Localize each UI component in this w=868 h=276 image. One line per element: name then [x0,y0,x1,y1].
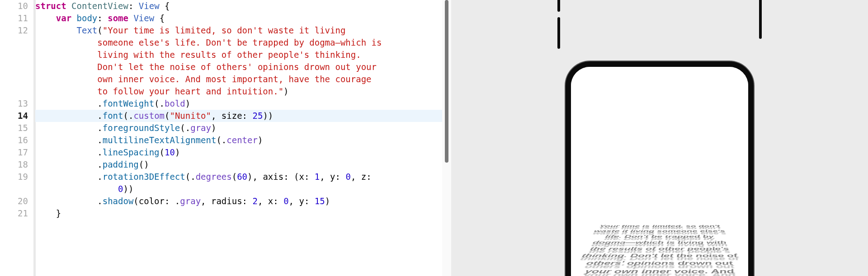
line-number: 21 [0,207,28,220]
line-number: 11 [0,12,28,24]
code-token: var [56,13,71,23]
code-token: multilineTextAlignment [103,135,217,145]
code-token: padding [103,159,139,169]
code-token: font [103,111,123,121]
code-token: () [139,159,149,169]
code-line[interactable]: to follow your heart and intuition.") [35,85,442,98]
code-token: , y: [289,196,315,206]
code-line[interactable]: .multilineTextAlignment(.center) [35,134,442,146]
line-number [0,37,28,49]
code-token: , size: [211,111,253,121]
code-token: Don't let the noise of others' opinions … [97,62,382,72]
code-token: ( [165,111,170,121]
code-line[interactable]: Text("Your time is limited, so don't was… [35,24,442,37]
code-token: ) [258,135,263,145]
code-token: . [35,98,103,108]
code-token: some [108,13,128,23]
code-token: ( [232,172,237,182]
line-number: 18 [0,159,28,171]
code-body[interactable]: struct ContentView: View { var body: som… [33,0,442,276]
device-volume-up [557,0,560,12]
code-token [35,62,97,72]
code-token: own inner voice. And most important, hav… [97,74,377,84]
code-editor-pane[interactable]: 101112131415161718192021 struct ContentV… [0,0,442,276]
code-token: . [35,172,103,182]
code-token [35,184,118,194]
code-token [66,1,71,11]
code-line[interactable]: .lineSpacing(10) [35,146,442,159]
code-token: . [35,123,103,133]
code-token: { [154,13,165,23]
code-token: (. [123,111,133,121]
code-token: 2 [252,196,257,206]
code-token: (color: . [133,196,180,206]
code-line[interactable]: own inner voice. And most important, hav… [35,73,442,85]
code-token: struct [35,1,66,11]
line-number: 13 [0,98,28,110]
code-token [35,13,56,23]
code-line[interactable]: .foregroundStyle(.gray) [35,122,442,134]
line-number: 15 [0,122,28,134]
code-token: rotation3DEffect [103,172,185,182]
device-power-button [759,0,762,39]
line-number: 10 [0,0,28,12]
code-token: ) [175,147,180,157]
code-token: 60 [237,172,247,182]
code-token: , z: [351,172,377,182]
code-line[interactable]: .shadow(color: .gray, radius: 2, x: 0, y… [35,195,442,207]
code-token: to follow your heart and intuition." [97,86,283,96]
code-token: , x: [258,196,283,206]
line-number-gutter: 101112131415161718192021 [0,0,33,276]
code-token [128,13,133,23]
code-token: ( [97,25,102,35]
code-token: : [128,1,139,11]
code-token: View [139,1,160,11]
code-token: ) [283,86,288,96]
code-line[interactable]: living with the results of other people'… [35,49,442,61]
editor-scrollbar-thumb[interactable] [445,0,448,163]
code-token: ) [325,196,330,206]
code-token: 0 [283,196,288,206]
code-token: { [160,1,170,11]
code-token [35,37,97,47]
code-line[interactable]: Don't let the noise of others' opinions … [35,61,442,73]
line-number [0,183,28,195]
code-token: ContentView [71,1,128,11]
code-token: . [35,135,103,145]
code-line[interactable]: var body: some View { [35,12,442,24]
code-token: body [77,13,98,23]
code-token: . [35,196,103,206]
code-token: shadow [103,196,134,206]
code-token: "Nunito" [170,111,211,121]
code-token: gray [190,123,211,133]
preview-text: Your time is limited, so don't waste it … [571,222,748,276]
code-token: (. [154,98,165,108]
code-token: 10 [165,147,175,157]
code-token [35,50,97,60]
code-token: 25 [253,111,263,121]
code-line[interactable]: } [35,207,442,220]
code-line[interactable]: .padding() [35,159,442,171]
code-token: } [35,208,61,218]
line-number [0,85,28,98]
line-number [0,73,28,85]
editor-scrollbar-track[interactable] [442,0,451,276]
code-token: ), axis: (x: [247,172,315,182]
code-token: center [226,135,258,145]
code-line[interactable]: 0)) [35,183,442,195]
code-token: "Your time is limited, so don't waste it… [103,25,351,35]
device-volume-down [557,17,560,49]
code-line[interactable]: .rotation3DEffect(.degrees(60), axis: (x… [35,171,442,183]
code-token: , y: [320,172,345,182]
code-line[interactable]: .font(.custom("Nunito", size: 25)) [35,110,442,122]
code-token: lineSpacing [103,147,160,157]
code-token: 15 [315,196,325,206]
line-number: 17 [0,146,28,159]
code-token: 0 [118,184,123,194]
code-token: )) [263,111,273,121]
line-number: 14 [0,110,28,122]
code-line[interactable]: struct ContentView: View { [35,0,442,12]
code-token [35,25,77,35]
code-line[interactable]: someone else's life. Don't be trapped by… [35,37,442,49]
code-line[interactable]: .fontWeight(.bold) [35,98,442,110]
